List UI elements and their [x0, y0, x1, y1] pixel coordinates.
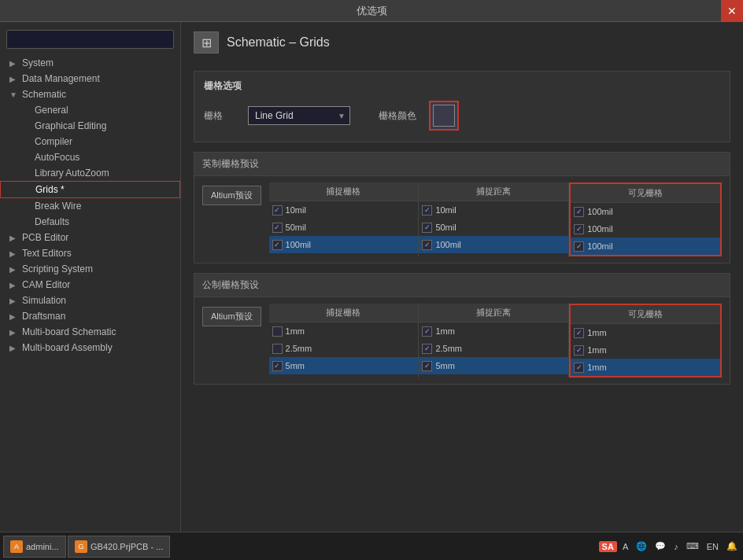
grid-row[interactable]: 1mm: [269, 322, 419, 340]
close-button[interactable]: ✕: [721, 0, 743, 22]
grid-row[interactable]: ✓2.5mm: [419, 340, 568, 357]
grid-dropdown-wrapper[interactable]: Line Grid Dot Grid ▼: [248, 106, 350, 125]
content-title: Schematic – Grids: [227, 35, 330, 50]
imperial-snap-header: 捕捉栅格: [269, 182, 419, 201]
grid-row[interactable]: ✓1mm: [571, 324, 720, 341]
imperial-preset-section: 英制栅格预设 Altium预设 捕捉栅格 ✓10mil✓50mil✓100mil…: [194, 152, 730, 263]
notification-icon[interactable]: 🔔: [724, 541, 740, 551]
grid-row-checkbox[interactable]: ✓: [574, 241, 584, 252]
grid-row-checkbox[interactable]: ✓: [574, 345, 584, 356]
music-icon[interactable]: ♪: [671, 542, 681, 551]
grid-row-value: 50mil: [286, 223, 416, 232]
metric-section-title: 公制栅格预设: [194, 274, 730, 297]
sidebar-item-grids[interactable]: Grids *: [0, 181, 180, 198]
grid-row[interactable]: ✓1mm: [419, 322, 568, 340]
search-input[interactable]: [6, 30, 174, 49]
metric-altium-button[interactable]: Altium预设: [202, 307, 261, 326]
taskbar-item-admini[interactable]: Aadmini...: [3, 536, 66, 558]
sidebar-item-data-management[interactable]: ▶Data Management: [0, 71, 180, 87]
grid-row-value: 1mm: [587, 363, 717, 372]
grid-color-swatch[interactable]: [429, 101, 459, 131]
grid-row-checkbox[interactable]: ✓: [422, 361, 432, 371]
sidebar-item-defaults[interactable]: Defaults: [0, 214, 180, 230]
tree-arrow-icon: ▼: [9, 90, 19, 99]
grid-row[interactable]: ✓1mm: [571, 341, 720, 359]
imperial-section-title: 英制栅格预设: [194, 153, 730, 176]
grid-type-dropdown[interactable]: Line Grid Dot Grid: [248, 106, 350, 125]
sidebar-item-multi-board-assembly[interactable]: ▶Multi-board Assembly: [0, 340, 180, 356]
grid-row[interactable]: ✓5mm: [419, 357, 568, 374]
tree-arrow-icon: ▶: [9, 328, 19, 337]
sidebar-item-draftsman[interactable]: ▶Draftsman: [0, 308, 180, 324]
grid-row[interactable]: ✓100mil: [571, 203, 720, 220]
sidebar-item-break-wire[interactable]: Break Wire: [0, 198, 180, 214]
grid-row-checkbox[interactable]: ✓: [422, 205, 432, 216]
keyboard-icon[interactable]: ⌨: [684, 541, 701, 551]
sidebar-item-label: General: [35, 105, 68, 116]
sidebar-item-label: Grids *: [35, 184, 65, 195]
grid-row[interactable]: ✓10mil: [419, 201, 568, 219]
sidebar-item-label: Defaults: [35, 216, 69, 227]
chat-icon[interactable]: 💬: [652, 541, 668, 551]
sidebar-item-compiler[interactable]: Compiler: [0, 134, 180, 149]
grid-row-checkbox[interactable]: ✓: [574, 224, 584, 234]
grid-row[interactable]: ✓100mil: [571, 238, 720, 255]
grid-row-value: 50mil: [435, 223, 565, 232]
sidebar-item-label: Schematic: [22, 89, 66, 100]
grid-row-checkbox[interactable]: ✓: [574, 328, 584, 338]
grid-row-checkbox[interactable]: [272, 344, 283, 354]
tree-arrow-icon: ▶: [9, 249, 19, 258]
sidebar-item-graphical-editing[interactable]: Graphical Editing: [0, 118, 180, 134]
grid-row[interactable]: ✓50mil: [269, 219, 419, 236]
taskbar-item-gb420[interactable]: GGB420.PrjPCB - ...: [68, 536, 170, 558]
grid-row-checkbox[interactable]: ✓: [272, 223, 283, 233]
grid-row-value: 5mm: [286, 361, 416, 370]
grid-row[interactable]: ✓5mm: [269, 357, 419, 374]
grid-row[interactable]: ✓100mil: [269, 236, 419, 253]
grid-row-value: 100mil: [435, 240, 565, 249]
grid-row-value: 100mil: [587, 207, 717, 216]
grid-row-checkbox[interactable]: ✓: [422, 240, 432, 250]
grid-row[interactable]: ✓50mil: [419, 219, 568, 236]
sidebar-item-multi-board-schematic[interactable]: ▶Multi-board Schematic: [0, 324, 180, 340]
sidebar-item-pcb-editor[interactable]: ▶PCB Editor: [0, 230, 180, 245]
grid-row[interactable]: ✓100mil: [419, 236, 568, 253]
grid-row-value: 10mil: [286, 205, 416, 215]
tree-arrow-icon: ▶: [9, 297, 19, 305]
sidebar-item-label: Simulation: [22, 295, 66, 306]
grid-row-checkbox[interactable]: ✓: [422, 326, 432, 337]
sidebar-item-cam-editor[interactable]: ▶CAM Editor: [0, 277, 180, 293]
grid-row-checkbox[interactable]: ✓: [574, 207, 584, 217]
grid-row[interactable]: ✓100mil: [571, 220, 720, 238]
grid-row-checkbox[interactable]: ✓: [422, 223, 432, 233]
globe-icon[interactable]: 🌐: [634, 541, 649, 551]
sidebar-item-simulation[interactable]: ▶Simulation: [0, 293, 180, 308]
grid-row-checkbox[interactable]: ✓: [272, 205, 283, 216]
sidebar-item-label: Library AutoZoom: [35, 168, 109, 179]
sidebar-item-schematic[interactable]: ▼Schematic: [0, 87, 180, 102]
sidebar-item-text-editors[interactable]: ▶Text Editors: [0, 245, 180, 261]
sa-icon[interactable]: SA: [599, 541, 617, 552]
lang-indicator[interactable]: EN: [704, 542, 721, 551]
metric-snap-dist-section: 捕捉距离 ✓1mm✓2.5mm✓5mm: [419, 304, 569, 378]
sidebar-item-general[interactable]: General: [0, 102, 180, 118]
sidebar-item-label: Draftsman: [22, 311, 65, 322]
grid-row[interactable]: 2.5mm: [269, 340, 419, 357]
grid-row-checkbox[interactable]: ✓: [574, 363, 584, 373]
grid-row-checkbox[interactable]: ✓: [272, 361, 283, 371]
imperial-altium-button[interactable]: Altium预设: [202, 186, 261, 205]
sidebar-item-library-autozoom[interactable]: Library AutoZoom: [0, 165, 180, 181]
sidebar-item-system[interactable]: ▶System: [0, 55, 180, 71]
metric-snap-header: 捕捉栅格: [269, 304, 419, 322]
sidebar-item-label: System: [22, 57, 54, 68]
tree-arrow-icon: ▶: [9, 344, 19, 352]
grid-row-value: 100mil: [587, 224, 717, 234]
grid-row[interactable]: ✓1mm: [571, 359, 720, 376]
grid-row-checkbox[interactable]: ✓: [422, 344, 432, 354]
grid-row-checkbox[interactable]: [272, 326, 283, 337]
title-bar-text: 优选项: [357, 4, 387, 18]
grid-row-checkbox[interactable]: ✓: [272, 240, 283, 250]
sidebar-item-autofocus[interactable]: AutoFocus: [0, 149, 180, 165]
grid-row[interactable]: ✓10mil: [269, 201, 419, 219]
sidebar-item-scripting-system[interactable]: ▶Scripting System: [0, 261, 180, 277]
